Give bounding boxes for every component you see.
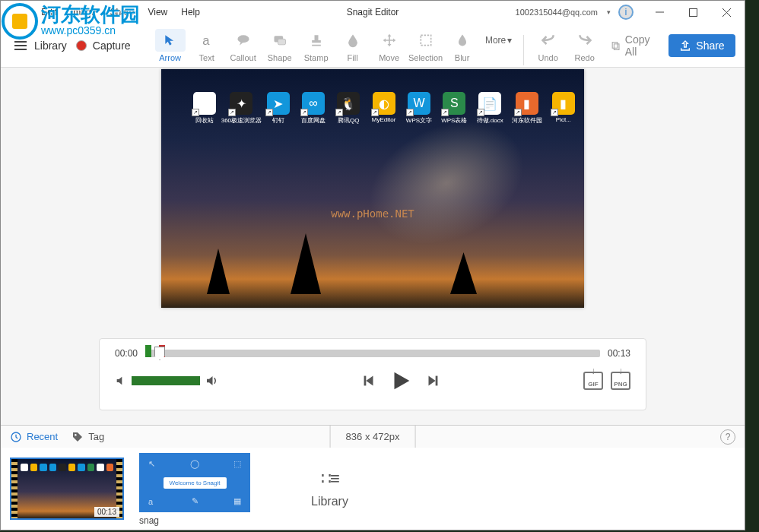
desktop-icon: W↗WPS文字: [406, 92, 432, 125]
shape-icon: [272, 33, 287, 48]
tray-bar: Recent Tag 836 x 472px ?: [1, 425, 745, 448]
svg-rect-4: [278, 39, 285, 45]
desktop-icon: ▮↗河东软件园: [513, 92, 541, 125]
share-upload-icon: [679, 40, 691, 52]
svg-point-11: [75, 434, 77, 436]
account-label[interactable]: 1002315044@qq.com: [516, 8, 604, 17]
video-player: 00:00 00:13 GIF: [99, 338, 646, 410]
tag-tab[interactable]: Tag: [71, 431, 104, 443]
svg-text:a: a: [202, 33, 210, 47]
copy-all-button[interactable]: Copy All: [603, 29, 662, 62]
desktop-icon: 📄↗待做.docx: [477, 92, 503, 125]
time-current: 00:00: [115, 348, 138, 359]
capture-button[interactable]: Capture: [93, 40, 131, 52]
svg-rect-5: [421, 35, 430, 45]
clock-icon: [10, 431, 22, 443]
frame-back-button[interactable]: [360, 372, 377, 389]
canvas-area: 🗑↗回收站✦↗360极速浏览器➤↗钉钉∞↗百度网盘🐧↗腾讯QQ◐↗MyEdito…: [1, 68, 745, 425]
desktop-icon: ✦↗360极速浏览器: [227, 92, 256, 125]
tool-selection[interactable]: Selection: [408, 26, 444, 65]
menu-view[interactable]: View: [141, 4, 173, 21]
hamburger-icon[interactable]: [14, 41, 27, 50]
snagit-editor-window: File Edit Image Share View Help Snagit E…: [0, 0, 745, 530]
tool-move[interactable]: Move: [371, 26, 408, 65]
canvas-image[interactable]: 🗑↗回收站✦↗360极速浏览器➤↗钉钉∞↗百度网盘🐧↗腾讯QQ◐↗MyEdito…: [161, 69, 584, 308]
minimize-button[interactable]: [644, 2, 675, 23]
desktop-icon: ◐↗MyEditor: [370, 92, 396, 125]
tool-shape[interactable]: Shape: [262, 26, 298, 65]
menu-image[interactable]: Image: [65, 4, 102, 21]
tool-text[interactable]: a Text: [189, 26, 225, 65]
volume-slider[interactable]: [132, 376, 200, 385]
menu-file[interactable]: File: [7, 4, 33, 21]
copy-icon: [611, 39, 621, 52]
desktop-icon: S↗WPS表格: [441, 92, 467, 125]
canvas-watermark: www.pHome.NET: [331, 207, 414, 220]
desktop-icon: 🗑↗回收站: [192, 92, 218, 125]
info-badge-icon[interactable]: i: [618, 5, 634, 20]
share-button[interactable]: Share: [668, 34, 735, 57]
list-icon: ∷≡: [321, 469, 338, 489]
volume-low-icon[interactable]: [115, 375, 127, 387]
tool-more[interactable]: More▾: [481, 26, 517, 65]
tool-stamp[interactable]: Stamp: [298, 26, 335, 65]
export-gif-button[interactable]: GIF: [583, 372, 603, 390]
move-icon: [382, 33, 397, 48]
volume-high-icon[interactable]: [205, 374, 218, 388]
titlebar: File Edit Image Share View Help Snagit E…: [1, 1, 745, 24]
svg-point-2: [237, 35, 249, 43]
dimensions-label: 836 x 472px: [330, 426, 416, 448]
blur-icon: [455, 33, 470, 48]
trim-start-marker[interactable]: [145, 345, 151, 357]
library-button[interactable]: Library: [34, 40, 67, 52]
frame-forward-button[interactable]: [424, 372, 441, 389]
undo-icon: [541, 33, 556, 48]
tool-arrow[interactable]: Arrow: [152, 26, 189, 65]
maximize-button[interactable]: [678, 2, 708, 23]
svg-rect-7: [614, 43, 619, 49]
redo-icon: [577, 33, 592, 48]
svg-rect-0: [689, 8, 697, 16]
export-png-button[interactable]: PNG: [611, 372, 630, 390]
fill-icon: [345, 33, 360, 48]
svg-rect-9: [436, 376, 438, 386]
thumbnail-2[interactable]: ↖◯⬚ a✎▦ Welcome to Snagit snag: [138, 451, 252, 526]
library-tile[interactable]: ∷≡ Library: [311, 469, 348, 508]
tool-undo[interactable]: Undo: [530, 26, 567, 65]
play-button[interactable]: [388, 368, 414, 394]
menu-help[interactable]: Help: [175, 4, 206, 21]
menu-edit[interactable]: Edit: [35, 4, 63, 21]
toolbar: Library Capture Arrow a Text Callout Sha…: [1, 24, 745, 68]
callout-icon: [236, 33, 251, 48]
svg-rect-6: [612, 42, 618, 48]
arrow-cursor-icon: [163, 33, 178, 48]
thumbnail-tray: 00:13 ↖◯⬚ a✎▦ Welcome to Snagit snag ∷≡ …: [1, 448, 745, 530]
text-icon: a: [199, 33, 214, 48]
desktop-icon: ∞↗百度网盘: [300, 92, 326, 125]
help-button[interactable]: ?: [720, 429, 735, 445]
thumbnail-2-label: snag: [138, 515, 252, 526]
close-button[interactable]: [711, 2, 742, 23]
desktop-icon: 🐧↗腾讯QQ: [335, 92, 361, 125]
thumbnail-1[interactable]: 00:13: [10, 458, 124, 520]
separator: [523, 35, 524, 65]
chevron-down-icon: ▾: [507, 35, 512, 46]
playhead[interactable]: [154, 347, 165, 360]
tool-fill[interactable]: Fill: [335, 26, 371, 65]
desktop-icon: ➤↗钉钉: [265, 92, 291, 125]
time-total: 00:13: [608, 348, 630, 359]
desktop-icons-row: 🗑↗回收站✦↗360极速浏览器➤↗钉钉∞↗百度网盘🐧↗腾讯QQ◐↗MyEdito…: [192, 92, 576, 125]
selection-icon: [418, 33, 433, 48]
window-title: Snagit Editor: [347, 7, 399, 17]
menu-share[interactable]: Share: [103, 4, 140, 21]
tool-callout[interactable]: Callout: [225, 26, 262, 65]
tag-icon: [71, 431, 84, 443]
thumbnail-duration: 00:13: [94, 507, 119, 517]
svg-rect-8: [364, 376, 367, 386]
account-dropdown-icon[interactable]: ▾: [607, 8, 611, 16]
tool-redo[interactable]: Redo: [567, 26, 603, 65]
capture-record-icon: [76, 40, 87, 51]
recent-tab[interactable]: Recent: [10, 431, 58, 443]
timeline-slider[interactable]: [145, 350, 600, 357]
tool-blur[interactable]: Blur: [444, 26, 481, 65]
